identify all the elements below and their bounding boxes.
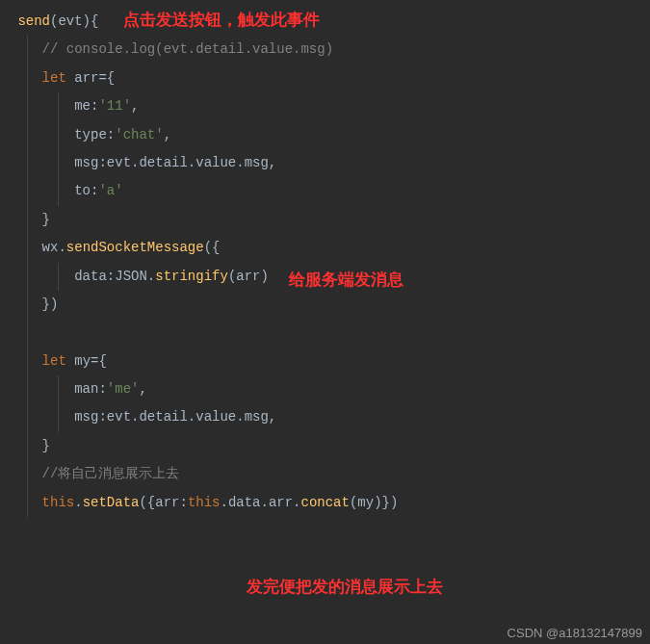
code-line: msg:evt.detail.value.msg, — [10, 149, 640, 177]
property: data — [74, 269, 107, 284]
code-line: } — [10, 432, 640, 460]
object: wx — [42, 240, 59, 255]
code-line: // console.log(evt.detail.value.msg) — [10, 36, 640, 64]
property: man — [74, 381, 98, 397]
property: to — [74, 183, 91, 198]
code-line: data:JSON.stringify(arr) — [10, 263, 640, 291]
annotation-3: 发完便把发的消息展示上去 — [247, 576, 443, 598]
code-line: to:'a' — [10, 177, 640, 205]
brace: } — [42, 438, 50, 453]
var-decl: my={ — [66, 353, 107, 369]
property: type — [74, 127, 107, 142]
code-line — [10, 319, 640, 347]
code-line: man:'me', — [10, 375, 640, 403]
code-line: type:'chat', — [10, 121, 640, 149]
method: stringify — [155, 269, 228, 284]
function-name: send — [17, 13, 50, 29]
code-line: //将自己消息展示上去 — [10, 460, 640, 488]
string: 'a' — [98, 183, 122, 198]
code-line: }) — [10, 291, 640, 319]
watermark: CSDN @a18132147899 — [507, 626, 642, 640]
expr: :evt.detail.value.msg, — [98, 155, 276, 170]
expr: :evt.detail.value.msg, — [98, 409, 276, 425]
code-editor[interactable]: send(evt){ // console.log(evt.detail.val… — [0, 0, 650, 525]
this: this — [42, 495, 75, 510]
method: setData — [83, 495, 140, 510]
code-line: wx.sendSocketMessage({ — [10, 234, 640, 262]
var-decl: arr={ — [66, 70, 115, 86]
code-line: msg:evt.detail.value.msg, — [10, 403, 640, 431]
code-line: } — [10, 206, 640, 234]
method: sendSocketMessage — [66, 240, 204, 255]
comment: // console.log(evt.detail.value.msg) — [42, 41, 333, 57]
string: 'chat' — [115, 127, 163, 142]
property: msg — [74, 409, 98, 425]
code-line: this.setData({arr:this.data.arr.concat(m… — [10, 489, 640, 517]
keyword: let — [42, 353, 66, 369]
code-line: let my={ — [10, 348, 640, 375]
close: }) — [42, 296, 59, 312]
brace: } — [42, 212, 50, 227]
property: me — [74, 98, 91, 114]
string: 'me' — [107, 381, 140, 397]
comment: //将自己消息展示上去 — [42, 466, 180, 481]
string: '11' — [98, 98, 131, 114]
keyword: let — [42, 70, 66, 86]
property: msg — [74, 155, 98, 170]
code-line: me:'11', — [10, 92, 640, 120]
code-line: let arr={ — [10, 64, 640, 92]
code-line: send(evt){ — [10, 8, 640, 36]
params: (evt){ — [50, 13, 98, 29]
